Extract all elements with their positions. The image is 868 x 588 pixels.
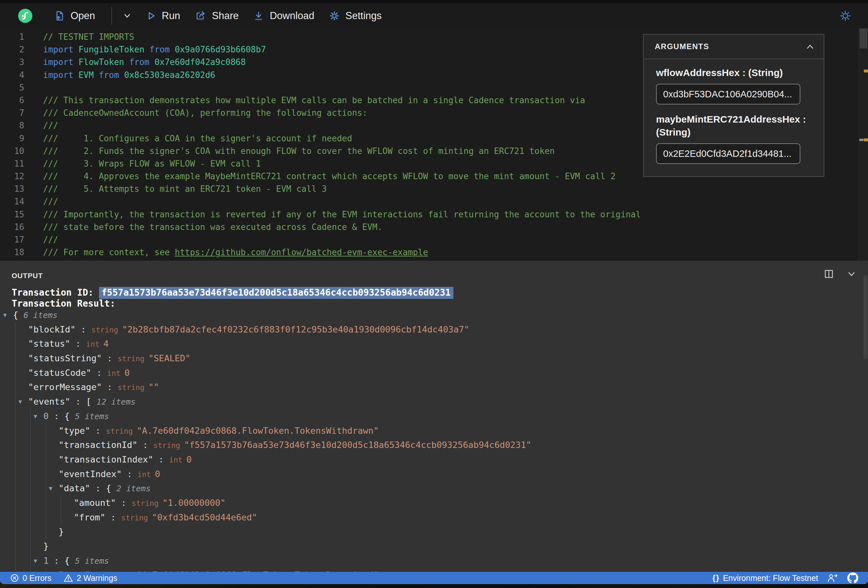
argument-input-maybemint[interactable]: 0x2E2Ed0Cfd3AD2f1d34481... xyxy=(656,143,800,164)
items-count: 6 items xyxy=(24,311,58,320)
indent-guide xyxy=(46,452,46,467)
collapse-arrow[interactable]: ▼ xyxy=(34,554,43,568)
json-tree-row: ▼0 : { 5 items xyxy=(0,409,868,424)
open-button[interactable]: Open xyxy=(54,10,95,22)
json-key: 0 xyxy=(43,411,49,421)
code-token: /// 1. Configures a COA in the signer's … xyxy=(43,134,352,143)
collapse-output-chevron-icon[interactable] xyxy=(846,268,857,280)
code-line: 17/// xyxy=(0,233,641,246)
colon: : xyxy=(75,324,91,335)
code-line: 9/// 1. Configures a COA in the signer's… xyxy=(0,132,641,145)
open-dropdown-button[interactable] xyxy=(122,10,133,21)
indent-guide xyxy=(30,467,31,482)
indent-guide xyxy=(15,539,16,554)
colon: : xyxy=(90,483,106,493)
gear-icon xyxy=(329,10,340,22)
json-tree-row: "blockId" : string"2b28cbfb87da2cfec4f02… xyxy=(0,323,868,337)
items-count: 5 items xyxy=(75,412,109,421)
desktop-wallpaper-strip xyxy=(0,584,868,588)
json-bracket: { xyxy=(13,310,24,320)
indent-guide xyxy=(30,481,31,496)
share-label: Share xyxy=(212,10,239,22)
indent-guide xyxy=(15,452,16,467)
json-type: int xyxy=(137,470,151,479)
download-button[interactable]: Download xyxy=(253,10,314,22)
argument-input-wflow[interactable]: 0xd3bF53DAC106A0290B04... xyxy=(656,84,800,105)
line-number: 9 xyxy=(0,132,43,145)
environment-indicator[interactable]: {} Environment: Flow Testnet xyxy=(712,573,818,583)
errors-indicator[interactable]: 0 Errors xyxy=(10,573,52,583)
overview-cursor-mark xyxy=(859,139,864,141)
colon: : xyxy=(122,469,137,479)
chevron-up-icon[interactable] xyxy=(805,43,815,50)
json-type: int xyxy=(107,369,121,377)
line-number: 3 xyxy=(0,56,43,69)
line-number: 18 xyxy=(0,246,43,259)
json-value: 0 xyxy=(124,368,130,378)
json-tree-row: "type" : string"A.7e60df042a9c0868.FlowT… xyxy=(0,568,868,572)
indent-guide xyxy=(15,438,16,452)
code-token: /// 5. Attempts to mint an ERC721 token … xyxy=(43,184,327,194)
indent-guide xyxy=(46,424,46,438)
collapse-arrow[interactable]: ▼ xyxy=(3,308,13,323)
arguments-header[interactable]: ARGUMENTS xyxy=(644,35,824,59)
editor-scrollbar-thumb[interactable] xyxy=(859,28,867,49)
split-view-icon[interactable] xyxy=(823,268,834,280)
code-editor[interactable]: 1// TESTNET IMPORTS2import FungibleToken… xyxy=(0,28,868,261)
json-type: int xyxy=(86,340,100,348)
json-type: string xyxy=(91,326,118,334)
json-bracket: } xyxy=(59,526,64,536)
json-tree-row: "transactionIndex" : int0 xyxy=(0,452,868,467)
indent-guide xyxy=(15,337,16,351)
github-icon[interactable] xyxy=(847,572,858,584)
run-label: Run xyxy=(162,10,180,22)
json-type: string xyxy=(132,499,159,507)
code-line: 4import EVM from 0x8c5303eaa26202d6 xyxy=(0,69,641,81)
output-scrollbar-thumb[interactable] xyxy=(864,275,867,359)
toolbar-divider xyxy=(111,7,112,25)
settings-button[interactable]: Settings xyxy=(329,10,382,22)
indent-guide xyxy=(46,525,46,539)
line-number: 2 xyxy=(0,43,43,56)
indent-guide xyxy=(15,496,16,510)
indent-guide xyxy=(15,568,16,572)
json-key: "status" xyxy=(28,339,70,349)
code-token: // TESTNET IMPORTS xyxy=(43,32,134,42)
open-label: Open xyxy=(71,10,95,22)
run-button[interactable]: Run xyxy=(146,10,180,22)
code-token: 0x7e60df042a9c0868 xyxy=(154,57,246,67)
json-key: "errorMessage" xyxy=(28,382,102,392)
indent-guide xyxy=(46,568,46,572)
colon: : xyxy=(70,339,86,349)
json-value: "SEALED" xyxy=(148,353,190,363)
share-button[interactable]: Share xyxy=(195,10,239,22)
code-token: /// For more context, see xyxy=(43,248,175,257)
json-type: int xyxy=(169,456,183,464)
editor-scrollbar[interactable] xyxy=(859,28,868,261)
code-token: EVM xyxy=(79,70,99,80)
warnings-indicator[interactable]: 2 Warnings xyxy=(63,573,118,583)
collapse-arrow[interactable]: ▼ xyxy=(34,409,43,424)
feedback-person-icon[interactable] xyxy=(827,573,839,583)
line-number: 7 xyxy=(0,107,43,119)
collapse-arrow[interactable]: ▼ xyxy=(49,481,59,496)
code-token: /// 2. Funds the signer's COA with enoug… xyxy=(43,146,555,156)
json-type: string xyxy=(106,427,133,435)
code-token: /// This transaction demonstrates how mu… xyxy=(43,96,585,105)
indent-guide xyxy=(15,525,16,539)
status-bar: 0 Errors 2 Warnings {} Environment: Flow… xyxy=(0,572,868,584)
json-tree-row: "transactionId" : string"f557a1573b76aa5… xyxy=(0,438,868,452)
indent-guide xyxy=(46,496,46,510)
code-token: /// state before the transaction was exe… xyxy=(43,222,382,232)
json-tree-row: ▼"events" : [ 12 items xyxy=(0,395,868,409)
code-token: /// CadenceOwnedAccount (COA), performin… xyxy=(43,108,367,118)
code-token: FlowToken xyxy=(79,57,130,67)
json-type: string xyxy=(121,514,148,522)
code-token: from xyxy=(149,45,175,55)
collapse-arrow[interactable]: ▼ xyxy=(18,395,28,409)
theme-toggle-button[interactable] xyxy=(838,9,852,23)
braces-icon: {} xyxy=(712,573,720,582)
code-link[interactable]: https://github.com/onflow/batched-evm-ex… xyxy=(175,248,428,257)
indent-guide xyxy=(30,496,31,510)
json-bracket: { xyxy=(64,556,75,566)
